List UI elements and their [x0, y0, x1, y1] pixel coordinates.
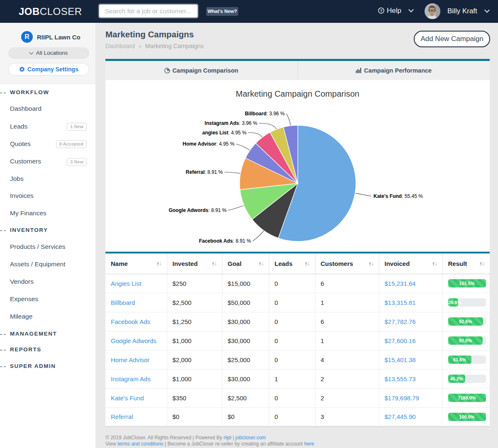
- svg-text:Kate's Fund: 55.45 %: Kate's Fund: 55.45 %: [374, 193, 423, 199]
- svg-text:Home Advisor: 4.95 %: Home Advisor: 4.95 %: [183, 141, 234, 147]
- svg-text:Facebook Ads: 8.91 %: Facebook Ads: 8.91 %: [199, 238, 251, 244]
- svg-text:?: ?: [380, 9, 383, 13]
- svg-text:Marketing Campaign Comparison: Marketing Campaign Comparison: [236, 89, 359, 98]
- svg-text:angies List: 4.95 %: angies List: 4.95 %: [202, 130, 247, 136]
- svg-text:Google Adwords: 8.91 %: Google Adwords: 8.91 %: [168, 207, 227, 213]
- svg-text:Instagram Ads: 3.96 %: Instagram Ads: 3.96 %: [205, 120, 257, 126]
- svg-text:Billboard: 3.96 %: Billboard: 3.96 %: [245, 111, 285, 117]
- svg-text:Referral: 8.91 %: Referral: 8.91 %: [186, 169, 223, 175]
